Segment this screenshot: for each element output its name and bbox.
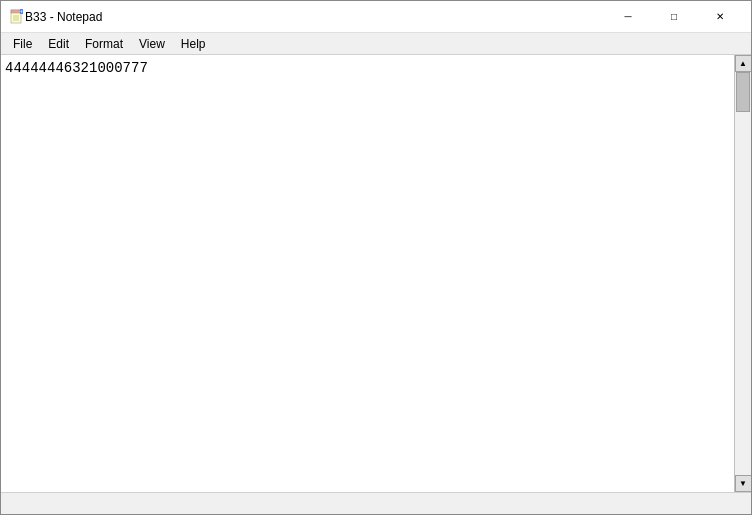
close-button[interactable]: ✕ [697, 1, 743, 33]
menu-bar: File Edit Format View Help [1, 33, 751, 55]
menu-help[interactable]: Help [173, 33, 214, 54]
status-bar [1, 492, 751, 514]
scroll-thumb[interactable] [736, 72, 750, 112]
notepad-window: B33 - Notepad ─ □ ✕ File Edit Format Vie… [0, 0, 752, 515]
maximize-button[interactable]: □ [651, 1, 697, 33]
menu-file[interactable]: File [5, 33, 40, 54]
minimize-button[interactable]: ─ [605, 1, 651, 33]
menu-view[interactable]: View [131, 33, 173, 54]
content-area: ▲ ▼ [1, 55, 751, 492]
app-icon [9, 9, 25, 25]
scroll-track [735, 72, 751, 475]
scroll-up-button[interactable]: ▲ [735, 55, 752, 72]
svg-rect-1 [11, 10, 21, 13]
menu-edit[interactable]: Edit [40, 33, 77, 54]
vertical-scrollbar: ▲ ▼ [734, 55, 751, 492]
scroll-down-button[interactable]: ▼ [735, 475, 752, 492]
menu-format[interactable]: Format [77, 33, 131, 54]
title-bar: B33 - Notepad ─ □ ✕ [1, 1, 751, 33]
text-editor[interactable] [1, 55, 734, 492]
window-title: B33 - Notepad [25, 10, 605, 24]
window-controls: ─ □ ✕ [605, 1, 743, 33]
